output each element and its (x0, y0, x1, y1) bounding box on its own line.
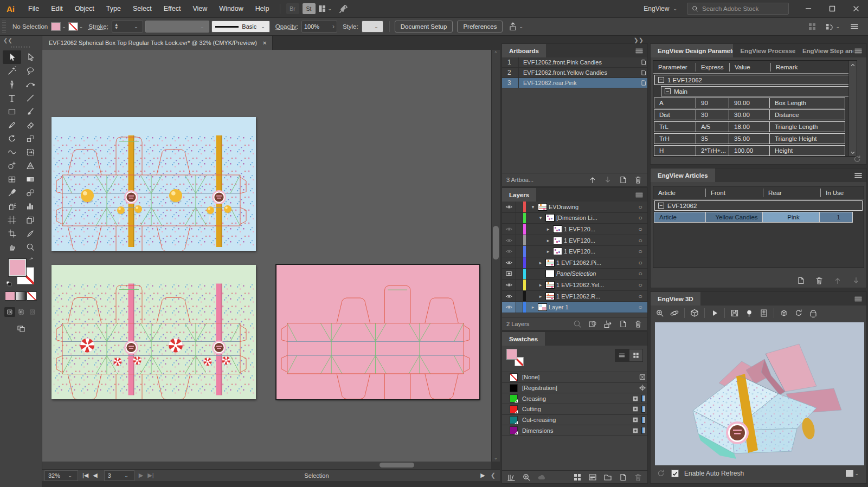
expand-icon[interactable]: ▸ (537, 260, 544, 265)
article-cell[interactable]: Yellow Candies (705, 212, 763, 223)
parameter-group-row[interactable]: −1 EVF12062 (654, 75, 856, 85)
tool-mesh[interactable] (3, 172, 21, 186)
align-options-icon[interactable] (508, 22, 518, 31)
screen-mode-icon[interactable] (16, 323, 26, 333)
lock-toggle[interactable] (516, 257, 523, 268)
tab-engview-3d[interactable]: EngView 3D (651, 292, 700, 306)
layer-thumbnail[interactable] (553, 248, 562, 255)
app-logo[interactable]: Ai (0, 4, 22, 14)
artboard-page-icon[interactable] (640, 69, 647, 76)
expand-icon[interactable]: ▾ (537, 215, 544, 220)
layer-name[interactable]: 1 EVF12062.Pi... (556, 259, 601, 266)
parameter-cell[interactable]: Dist (654, 109, 696, 120)
swatch-row[interactable]: Cut-creasing (502, 415, 647, 426)
artboard-row[interactable]: 1 EVF12062.front.Pink Candies (502, 57, 647, 68)
expand-icon[interactable]: ▸ (545, 249, 551, 254)
article-group-row[interactable]: −EVF12062 (654, 200, 863, 211)
expand-icon[interactable]: ▸ (545, 226, 551, 232)
menu-select[interactable]: Select (127, 0, 158, 18)
column-header[interactable]: Parameter (653, 63, 696, 72)
parameter-cell[interactable]: 30 (696, 109, 729, 120)
graphic-style-label[interactable]: Style: (343, 23, 358, 30)
tab-swatches[interactable]: Swatches (502, 332, 545, 346)
arrange-documents-icon[interactable] (317, 4, 327, 14)
gradient-button[interactable] (16, 291, 26, 301)
touch-workspace-icon[interactable] (807, 22, 817, 31)
visibility-toggle[interactable] (502, 246, 516, 257)
unfold-icon[interactable] (808, 308, 818, 318)
panel-menu-icon[interactable] (853, 294, 863, 304)
tool-column-graph[interactable] (21, 199, 40, 213)
panel-menu-icon[interactable] (853, 171, 863, 180)
tool-crop[interactable] (3, 226, 21, 240)
layer-row[interactable]: ▸ 1 EVF120... ○ (502, 246, 647, 257)
fill-proxy[interactable] (9, 259, 26, 276)
chevron-down-icon[interactable]: ⌄ (519, 24, 523, 29)
tab-engview-step-and[interactable]: EngView Step and (795, 44, 853, 57)
artboard-row[interactable]: 3 EVF12062.rear.Pink (502, 78, 647, 88)
menu-window[interactable]: Window (213, 0, 249, 18)
stroke-label[interactable]: Stroke: (88, 23, 108, 30)
tool-type[interactable] (3, 91, 21, 105)
article-row[interactable]: ArticleYellow CandiesPink1 (654, 212, 863, 223)
expand-icon[interactable]: ▾ (530, 204, 536, 210)
refresh-3d-icon[interactable] (794, 308, 803, 318)
arrange-icon[interactable] (825, 22, 834, 31)
fold-view-icon[interactable] (690, 308, 699, 318)
tool-paintbrush[interactable] (21, 105, 40, 118)
swatch-options-icon[interactable] (588, 472, 597, 482)
tool-artboard[interactable] (3, 213, 21, 226)
tool-zoom[interactable] (21, 240, 40, 254)
chevron-down-icon[interactable]: ⌄ (62, 24, 66, 29)
layer-name[interactable]: 1 EVF12062.Yel... (556, 282, 604, 288)
layer-thumbnail[interactable] (545, 214, 555, 222)
next-artboard-button[interactable]: ▶ (139, 472, 143, 479)
menu-effect[interactable]: Effect (158, 0, 187, 18)
article-down-icon[interactable] (851, 276, 861, 285)
tab-engview-design-parameters[interactable]: EngView Design Parameters (651, 44, 733, 57)
orbit-icon[interactable] (670, 308, 679, 318)
canvas[interactable] (42, 50, 491, 462)
layer-name[interactable]: 1 EVF120... (564, 248, 595, 255)
parameter-cell[interactable]: Box Length (769, 98, 845, 108)
style-dropdown[interactable]: ⌄ (362, 21, 383, 33)
layer-name[interactable]: 1 EVF120... (564, 237, 595, 244)
layer-name[interactable]: PanelSelection (556, 270, 596, 277)
new-sublayer-icon[interactable] (603, 319, 613, 329)
layer-target-icon[interactable]: ○ (633, 303, 647, 311)
layer-row[interactable]: ▸ 1 EVF12062.Yel... ○ (502, 280, 647, 291)
expand-icon[interactable]: ▸ (537, 294, 544, 299)
visibility-toggle[interactable] (502, 280, 516, 290)
new-swatch-icon[interactable] (618, 472, 628, 482)
artboard-row[interactable]: 2 EVF12062.front.Yellow Candies (502, 68, 647, 78)
layer-target-icon[interactable]: ○ (633, 259, 647, 267)
parameter-cell[interactable]: TrL (654, 121, 696, 132)
collapse-icon[interactable]: ❮ (491, 472, 500, 479)
parameter-row[interactable]: Dist3030.00Distance (654, 109, 856, 120)
parameter-cell[interactable]: TrH (654, 133, 696, 144)
control-panel-menu-icon[interactable] (850, 22, 859, 31)
delete-swatch-icon[interactable] (633, 472, 643, 482)
move-down-icon[interactable] (603, 175, 613, 185)
visibility-toggle[interactable] (502, 257, 516, 268)
refresh-icon[interactable] (852, 154, 862, 164)
panel-menu-icon[interactable] (634, 46, 644, 56)
table-scrollbar[interactable] (848, 61, 857, 157)
grid-view-button[interactable] (629, 349, 643, 362)
auto-refresh-checkbox[interactable] (671, 470, 679, 477)
tab-artboards[interactable]: Artboards (502, 44, 546, 57)
layer-thumbnail[interactable] (553, 225, 562, 233)
menu-type[interactable]: Type (100, 0, 127, 18)
layer-target-icon[interactable]: ○ (633, 248, 647, 255)
layer-row[interactable]: ▸ Layer 1 ○ (502, 302, 647, 313)
tool-perspective-grid[interactable] (21, 159, 40, 172)
default-fill-stroke-icon[interactable] (5, 280, 12, 287)
preferences-button[interactable]: Preferences (457, 21, 503, 33)
panel-menu-icon[interactable] (634, 190, 644, 200)
maximize-button[interactable] (820, 0, 844, 18)
swatch-row[interactable]: Creasing (502, 393, 647, 404)
manual-refresh-icon[interactable] (656, 469, 666, 478)
lock-toggle[interactable] (516, 213, 523, 224)
parameter-row[interactable]: H2*TrH+...100.00Height (654, 145, 856, 156)
tool-hand[interactable] (3, 240, 21, 254)
